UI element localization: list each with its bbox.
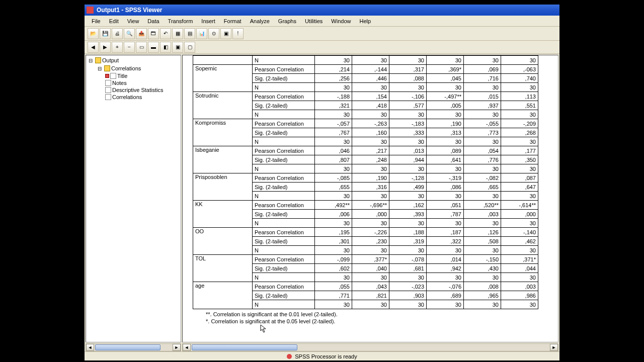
forward-icon[interactable]: ▶ [100,42,111,53]
table-cell: ,316 [352,183,389,192]
table-cell: 30 [315,110,352,119]
menu-window[interactable]: Window [327,17,355,25]
export-icon[interactable]: 📤 [136,28,147,39]
promote-icon[interactable]: + [112,42,123,53]
table-cell: ,641 [427,155,464,164]
dialog-recall-icon[interactable]: 🗔 [148,28,159,39]
insert-heading-icon[interactable]: ▣ [172,42,183,53]
table-cell: ,086 [427,183,464,192]
table-cell: Sopernic [193,65,253,92]
demote-icon[interactable]: − [124,42,135,53]
table-cell: ,006 [315,210,352,219]
table-cell: 30 [501,137,538,146]
table-cell: -,140 [501,228,538,237]
table-cell: N [253,56,315,65]
scroll-track[interactable] [94,344,173,351]
goto-case-icon[interactable]: ▤ [184,28,195,39]
minus-icon[interactable]: ⊟ [96,65,103,72]
undo-icon[interactable]: ↶ [160,28,171,39]
table-cell: 30 [352,192,389,201]
scroll-thumb[interactable] [192,344,297,350]
table-cell: 30 [427,164,464,173]
print-icon[interactable]: 🖨 [112,28,123,39]
tree-item-correlations[interactable]: Correlations [105,94,180,101]
tree-label: Output [102,57,119,63]
print-preview-icon[interactable]: 🔍 [124,28,135,39]
variables-icon[interactable]: 📊 [196,28,207,39]
table-cell: ,681 [389,264,427,273]
menu-file[interactable]: File [88,17,105,25]
menu-help[interactable]: Help [355,17,375,25]
table-cell: TOL [193,255,253,282]
processor-ready-icon [287,354,292,359]
table-cell: ,602 [315,264,352,273]
table-cell: Sig. (2-tailed) [253,155,315,164]
table-cell: ,377* [352,255,389,264]
toolbar-nav: ◀ ▶ + − ▭ ▬ ◧ ▣ ▢ [85,41,559,54]
content-hscroll[interactable]: ◄ ► [182,343,558,351]
menu-insert[interactable]: Insert [197,17,219,25]
menu-data[interactable]: Data [143,17,163,25]
tree-correlations[interactable]: ⊟ Correlations [96,64,180,72]
table-cell: -,099 [315,255,352,264]
outline-pane[interactable]: ⊟ Output ⊟ Correlations Title [86,55,181,342]
table-cell: 30 [389,300,427,309]
table-cell: ,577 [389,101,427,110]
titlebar[interactable]: Output1 - SPSS Viewer [85,5,559,16]
menu-format[interactable]: Format [220,17,246,25]
table-cell: 30 [389,83,427,92]
scroll-left-icon[interactable]: ◄ [183,344,191,351]
outline-hscroll[interactable]: ◄ ► [86,343,181,351]
table-cell: ,005 [427,101,464,110]
table-cell: 30 [464,137,501,146]
open-icon[interactable]: 📂 [88,28,99,39]
minus-icon[interactable]: ⊟ [87,57,94,64]
table-cell: ,430 [464,264,501,273]
menu-edit[interactable]: Edit [105,17,123,25]
menu-graphs[interactable]: Graphs [274,17,300,25]
table-cell: -,055 [464,119,501,128]
menu-analyze[interactable]: Analyze [246,17,274,25]
table-cell: 30 [352,164,389,173]
tree-item-notes[interactable]: Notes [105,79,180,86]
table-cell: 30 [352,56,389,65]
table-cell: ,321 [315,101,352,110]
expand-icon[interactable]: ▭ [136,42,147,53]
scroll-thumb[interactable] [95,344,160,350]
insert-title-icon[interactable]: ▢ [184,42,195,53]
table-cell: -,263 [352,119,389,128]
status-text: SPSS Processor is ready [295,353,357,359]
back-icon[interactable]: ◀ [88,42,99,53]
table-cell: ,807 [315,155,352,164]
whats-this-icon[interactable]: ! [232,28,244,39]
scroll-left-icon[interactable]: ◄ [86,344,94,351]
select-last-icon[interactable]: ⊙ [208,28,219,39]
menu-utilities[interactable]: Utilities [301,17,327,25]
table-cell: ,393 [389,210,427,219]
menu-view[interactable]: View [123,17,143,25]
correlations-table[interactable]: N303030303030SopernicPearson Correlation… [193,55,538,309]
table-cell: ,087 [501,173,538,183]
scroll-track[interactable] [191,344,550,351]
collapse-icon[interactable]: ▬ [148,42,159,53]
table-cell: -,209 [501,119,538,128]
table-cell: ,903 [389,291,427,300]
menu-transform[interactable]: Transform [164,17,197,25]
table-cell: N [253,219,315,228]
table-cell: ,054 [464,146,501,155]
goto-data-icon[interactable]: ▦ [172,28,183,39]
table-cell: ,190 [427,119,464,128]
show-hide-icon[interactable]: ◧ [160,42,171,53]
designate-window-icon[interactable]: ▣ [220,28,231,39]
table-cell: 30 [352,219,389,228]
table-cell: ,248 [352,155,389,164]
tree-item-title[interactable]: Title [105,72,180,79]
tree-root[interactable]: ⊟ Output [87,56,180,64]
table-cell: ,647 [501,183,538,192]
content-pane[interactable]: N303030303030SopernicPearson Correlation… [182,55,558,342]
table-cell: 30 [427,192,464,201]
tree-item-descriptives[interactable]: Descriptive Statistics [105,86,180,94]
scroll-right-icon[interactable]: ► [173,344,181,351]
save-icon[interactable]: 💾 [100,28,111,39]
scroll-right-icon[interactable]: ► [550,344,558,351]
